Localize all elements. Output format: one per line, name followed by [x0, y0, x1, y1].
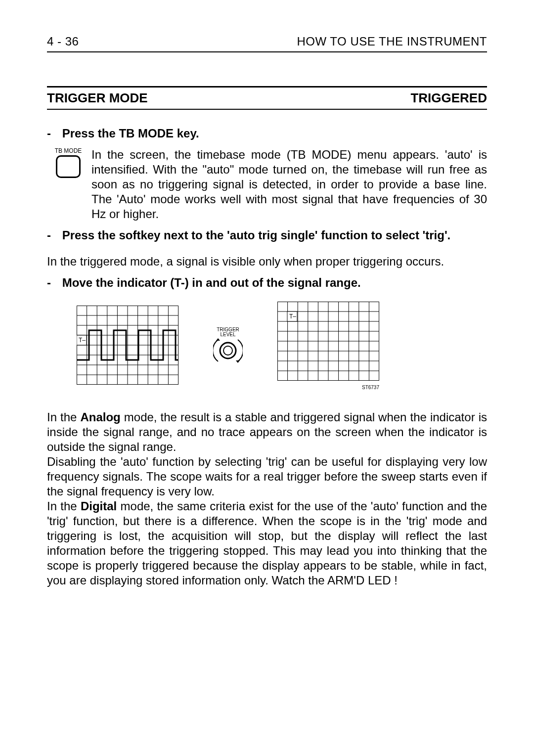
- p1-a: In the: [47, 410, 80, 424]
- p3-bold-digital: Digital: [81, 499, 117, 513]
- step-1-heading: - Press the TB MODE key.: [47, 127, 487, 140]
- knob-icon: [213, 337, 243, 364]
- svg-point-21: [223, 346, 232, 355]
- bullet-dash: -: [47, 127, 59, 140]
- body-paragraphs: In the Analog mode, the result is a stab…: [47, 410, 487, 588]
- chapter-title: HOW TO USE THE INSTRUMENT: [297, 35, 487, 48]
- section-header: TRIGGER MODE TRIGGERED: [47, 86, 487, 110]
- step-3-label: Move the indicator (T-) in and out of th…: [62, 276, 361, 289]
- tb-mode-key-icon: TB MODE: [47, 147, 89, 178]
- bullet-dash: -: [47, 276, 59, 290]
- step-2-heading: - Press the softkey next to the 'auto tr…: [47, 228, 487, 242]
- svg-marker-18: [216, 338, 220, 341]
- p2: Disabling the 'auto' function by selecti…: [47, 455, 487, 498]
- trigger-level-knob: TRIGGER LEVEL: [213, 327, 243, 365]
- bullet-dash: -: [47, 228, 59, 242]
- step-2-body: In the triggered mode, a signal is visib…: [47, 254, 487, 269]
- step-3-heading: - Move the indicator (T-) in and out of …: [47, 276, 487, 290]
- scope-left: T–: [77, 306, 178, 387]
- page-number: 4 - 36: [47, 35, 79, 48]
- scope-right: T–: [277, 302, 379, 383]
- page-header: 4 - 36 HOW TO USE THE INSTRUMENT: [47, 35, 487, 52]
- knob-label-1: TRIGGER: [213, 327, 243, 332]
- t-marker-left: T–: [79, 337, 86, 344]
- figure-id: ST6737: [277, 385, 379, 390]
- p3-a: In the: [47, 499, 81, 513]
- svg-marker-19: [236, 360, 240, 363]
- knob-label-2: LEVEL: [213, 332, 243, 337]
- svg-point-20: [220, 343, 236, 358]
- step-1-body: In the screen, the timebase mode (TB MOD…: [91, 147, 487, 222]
- scope-right-wrap: T– ST6737: [277, 302, 379, 390]
- tb-mode-caption: TB MODE: [47, 147, 89, 154]
- step-2-label: Press the softkey next to the 'auto trig…: [62, 228, 451, 242]
- key-icon: [56, 155, 81, 178]
- section-title-right: TRIGGERED: [410, 90, 487, 106]
- step-1-label: Press the TB MODE key.: [62, 127, 199, 140]
- diagram-row: T– TRIGGER LEVEL: [47, 302, 487, 390]
- t-marker-right: T–: [289, 313, 296, 320]
- section-title-left: TRIGGER MODE: [47, 90, 148, 106]
- p1-bold-analog: Analog: [80, 410, 120, 424]
